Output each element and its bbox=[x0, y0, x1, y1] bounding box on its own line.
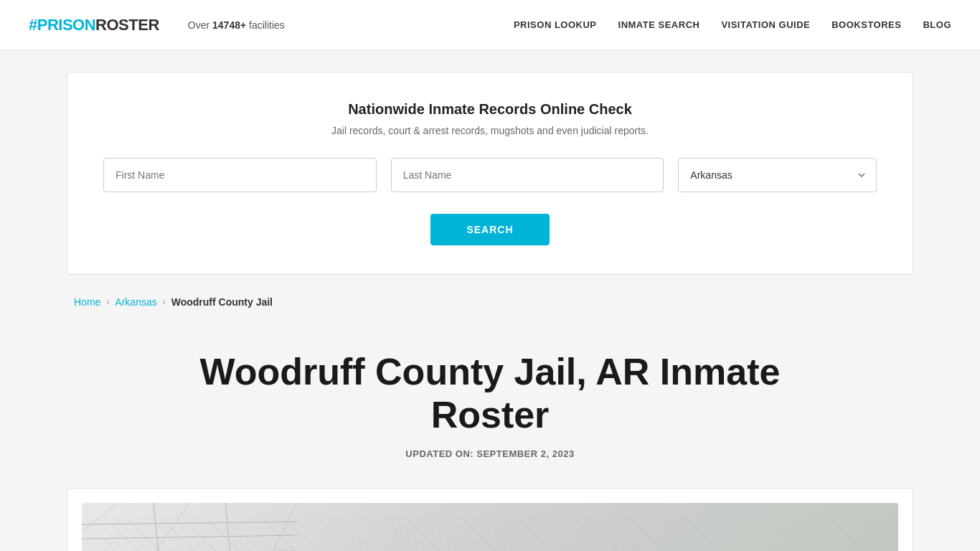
page-title-line1: Woodruff County Jail, AR Inmate bbox=[200, 351, 781, 392]
svg-line-0 bbox=[82, 521, 297, 524]
map-placeholder bbox=[82, 503, 898, 551]
breadcrumb-current: Woodruff County Jail bbox=[171, 296, 273, 308]
svg-line-8 bbox=[261, 503, 297, 551]
nav-blog[interactable]: BLOG bbox=[923, 19, 951, 30]
svg-line-1 bbox=[82, 535, 297, 539]
svg-line-7 bbox=[139, 503, 189, 551]
state-select[interactable]: ArkansasAlabamaAlaskaArizonaCalifornia bbox=[678, 158, 877, 192]
search-form-row1: ArkansasAlabamaAlaskaArizonaCalifornia bbox=[103, 158, 877, 192]
svg-line-3 bbox=[225, 503, 232, 551]
nav-prison-lookup[interactable]: PRISON LOOKUP bbox=[514, 19, 597, 30]
nav-inmate-search[interactable]: INMATE SEARCH bbox=[618, 19, 700, 30]
facilities-count: 14748+ bbox=[212, 19, 246, 31]
page-title: Woodruff County Jail, AR Inmate Roster bbox=[167, 351, 813, 437]
breadcrumb-container: Home › Arkansas › Woodruff County Jail bbox=[67, 296, 913, 308]
search-button[interactable]: SEARCH bbox=[430, 214, 549, 245]
search-widget: Nationwide Inmate Records Online Check J… bbox=[67, 72, 913, 275]
svg-line-6 bbox=[82, 503, 118, 532]
search-widget-title: Nationwide Inmate Records Online Check bbox=[103, 101, 877, 118]
last-name-input[interactable] bbox=[391, 158, 664, 192]
main-nav: PRISON LOOKUP INMATE SEARCH VISITATION G… bbox=[514, 19, 951, 30]
facilities-prefix: Over bbox=[188, 19, 212, 31]
logo-prison: PRISON bbox=[37, 16, 95, 34]
breadcrumb: Home › Arkansas › Woodruff County Jail bbox=[74, 296, 906, 308]
first-name-input[interactable] bbox=[103, 158, 377, 192]
logo-roster: ROSTER bbox=[95, 16, 159, 34]
search-form: ArkansasAlabamaAlaskaArizonaCalifornia S… bbox=[103, 158, 877, 245]
map-svg bbox=[82, 503, 297, 551]
breadcrumb-state[interactable]: Arkansas bbox=[115, 296, 156, 308]
map-section bbox=[67, 488, 913, 551]
logo-hash: # bbox=[29, 16, 37, 34]
facilities-text: Over 14748+ facilities bbox=[188, 19, 285, 31]
site-logo[interactable]: #PRISONROSTER bbox=[29, 16, 159, 34]
page-title-line2: Roster bbox=[431, 394, 550, 435]
search-widget-subtitle: Jail records, court & arrest records, mu… bbox=[103, 125, 877, 136]
nav-bookstores[interactable]: BOOKSTORES bbox=[831, 19, 901, 30]
header: #PRISONROSTER Over 14748+ facilities PRI… bbox=[0, 0, 980, 50]
breadcrumb-separator-1: › bbox=[106, 297, 109, 307]
breadcrumb-separator-2: › bbox=[163, 297, 166, 307]
facilities-suffix: facilities bbox=[246, 19, 285, 31]
breadcrumb-home[interactable]: Home bbox=[74, 296, 100, 308]
svg-line-2 bbox=[154, 503, 161, 551]
search-button-row: SEARCH bbox=[103, 214, 877, 245]
page-title-section: Woodruff County Jail, AR Inmate Roster U… bbox=[0, 322, 980, 474]
nav-visitation-guide[interactable]: VISITATION GUIDE bbox=[721, 19, 810, 30]
updated-text: UPDATED ON: SEPTEMBER 2, 2023 bbox=[14, 448, 966, 459]
